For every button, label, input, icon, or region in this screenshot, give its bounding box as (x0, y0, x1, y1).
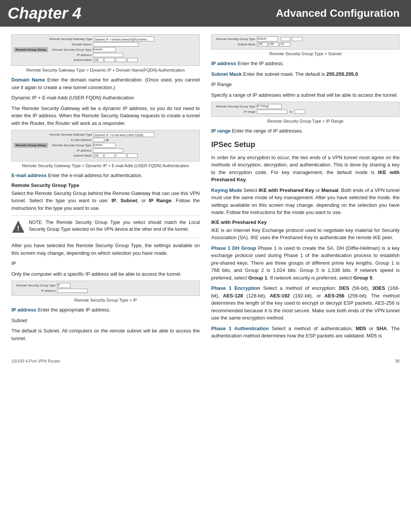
ss2-group-label: Remote Group Setup (14, 143, 48, 148)
note-box: ! NOTE: The Remote Security Group Type y… (11, 216, 200, 238)
ip-address-label-right: IP address (211, 61, 236, 66)
left-column: Remote Group Setup Remote Security Gatew… (11, 34, 200, 345)
page-header: Chapter 4 Advanced Configuration (0, 0, 411, 27)
screenshot-ip-type: Remote Security Group Type IP IP address (11, 281, 200, 296)
ike-preshared-heading: IKE with Preshared Key (211, 219, 400, 225)
after-note-para: After you have selected the Remote Secur… (11, 242, 200, 257)
domain-name-label: Domain Name (11, 77, 45, 83)
phase1-dh-label: Phase 1 DH Group (211, 245, 256, 251)
subnet-mask-default: 255.255.255.0 (327, 71, 358, 77)
remote-security-group-heading: Remote Security Group Type (11, 182, 200, 188)
domain-name-para: Domain Name Enter the domain name for au… (11, 76, 200, 91)
footer-page-number: 38 (395, 359, 400, 363)
ip-address-para-left: IP address Enter the appropriate IP addr… (11, 306, 200, 314)
phase1-dh-para: Phase 1 DH Group Phase 1 is used to crea… (211, 244, 400, 282)
ss-subnet-right-caption: Remote Security Group Type > Subnet (211, 51, 400, 56)
ip-range-para: Specify a range of IP addresses within a… (211, 91, 400, 99)
dynamic-ip-email-heading: Dynamic IP + E-mail Addr.(USER FQDN) Aut… (11, 94, 200, 102)
email-address-text: Enter the e-mail address for authenticat… (48, 173, 143, 178)
note-triangle-icon: ! (11, 220, 25, 233)
ip-range-field-text: Enter the range of IP addresses. (232, 128, 303, 134)
keying-mode-para: Keying Mode Select IKE with Preshared Ke… (211, 187, 400, 216)
page-footer: 10/100 4-Port VPN Router 38 (0, 356, 411, 366)
note-text: NOTE: The Remote Security Group Type you… (29, 219, 200, 233)
ip-range-field-para: IP range Enter the range of IP addresses… (211, 127, 400, 135)
dynamic-ip-para: The Remote Security Gateway will be a dy… (11, 105, 200, 127)
phase1-auth-label: Phase 1 Authentication (211, 326, 269, 331)
phase1-dh-group1: Group 1 (249, 275, 268, 281)
screenshot-dynamic-ip-domain: Remote Group Setup Remote Security Gatew… (11, 34, 200, 66)
subnet-label: Subnet (11, 317, 200, 324)
ip-label: IP (11, 260, 200, 267)
subnet-mask-label: Subnet Mask (211, 71, 242, 77)
ip-para: Only the computer with a specific IP add… (11, 270, 200, 278)
email-address-label: E-mail address (11, 173, 47, 178)
subnet-mask-para: Subnet Mask Enter the subnet mask. The d… (211, 70, 400, 78)
note-icon-container: ! (11, 220, 25, 235)
subnet-para: The default is Subnet. All computers on … (11, 327, 200, 342)
phase1-auth-para: Phase 1 Authentication Select a method o… (211, 325, 400, 340)
ip-address-text-left: Enter the appropriate IP address. (38, 307, 110, 313)
screenshot-dynamic-ip-email: Remote Group Setup Remote Security Gatew… (11, 130, 200, 161)
ip-address-para-right: IP address Enter the IP address. (211, 60, 400, 67)
screenshot-ip-range: Remote Security Group Type IP Range IP r… (211, 102, 400, 117)
phase1-dh-group5: Group 5 (354, 275, 373, 281)
screenshot-subnet-right: Remote Security Group Type Subnet Subnet… (211, 34, 400, 50)
keying-mode-label: Keying Mode (211, 187, 242, 193)
right-column: Remote Security Group Type Subnet Subnet… (211, 34, 400, 345)
ipsec-para: In order for any encryption to occur, th… (211, 154, 400, 184)
ip-range-label: IP Range (211, 81, 400, 88)
ss2-caption: Remote Security Gateway Type > Dynamic I… (11, 163, 200, 168)
ip-range-field-label: IP range (211, 128, 231, 134)
remote-security-para: Select the Remote Security Group behind … (11, 190, 200, 212)
phase1-enc-para: Phase 1 Encryption Select a method of en… (211, 284, 400, 322)
svg-text:!: ! (17, 225, 19, 232)
subnet-mask-text: Enter the subnet mask. The default is (243, 71, 325, 77)
ipsec-para-text: In order for any encryption to occur, th… (211, 155, 400, 175)
email-address-para: E-mail address Enter the e-mail address … (11, 172, 200, 179)
ss1-caption: Remote Security Gateway Type > Dynamic I… (11, 68, 200, 72)
ip-address-text-right: Enter the IP address. (237, 61, 284, 66)
ss-iprange-caption: Remote Security Group Type > IP Range (211, 119, 400, 123)
ss1-group-label: Remote Group Setup (14, 47, 48, 52)
ipsec-setup-heading: IPSec Setup (211, 140, 400, 151)
ss3-caption: Remote Security Group Type > IP (11, 298, 200, 302)
ike-para: IKE is an Internet Key Exchange protocol… (211, 227, 400, 241)
phase1-enc-label: Phase 1 Encryption (211, 285, 260, 291)
chapter-title: Advanced Configuration (276, 7, 400, 19)
main-content: Remote Group Setup Remote Security Gatew… (0, 27, 411, 353)
footer-product: 10/100 4-Port VPN Router (11, 359, 60, 363)
ip-address-label-left: IP address (11, 307, 37, 313)
chapter-label: Chapter 4 (8, 4, 81, 22)
